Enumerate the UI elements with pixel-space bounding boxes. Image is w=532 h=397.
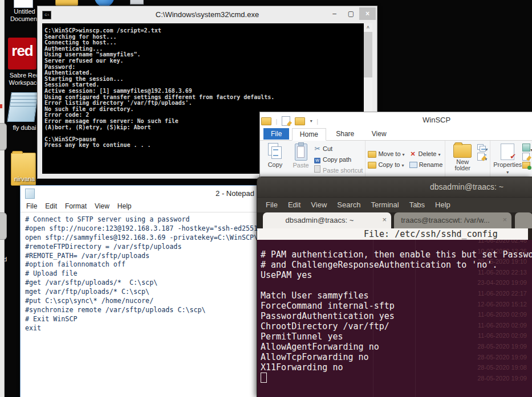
edge-tab-handle[interactable] (0, 123, 7, 150)
minimize-button[interactable]: – (326, 7, 343, 20)
open-group: Properties ▾ ▾ (490, 141, 532, 177)
tab-view[interactable]: View (364, 128, 394, 140)
notepad-line: #synchronize remote /var/sftp/uploads C:… (25, 306, 258, 315)
notepad-line: open sftp://sammyfiles@192.168.3.69 -pri… (25, 234, 258, 243)
close-tab-icon[interactable]: × (382, 215, 387, 224)
rename-button[interactable]: Rename (409, 159, 443, 170)
terminal-line: ChrootDirectory /var/ftp/ (261, 321, 532, 331)
new-item-icon[interactable] (282, 116, 290, 126)
new-folder-button[interactable]: New folder (448, 142, 477, 175)
tab-file[interactable]: File (263, 128, 289, 140)
menu-item[interactable]: Edit (283, 198, 306, 212)
ribbon-tabs: File Home Share View (260, 128, 532, 141)
cut-button[interactable]: ✂Cut (314, 144, 363, 154)
rename-icon (409, 162, 417, 168)
terminal-tabbar: dbsadmin@traacs: ~ × traacs@traacscwt: /… (257, 212, 532, 228)
partial-folder-icon[interactable] (55, 0, 78, 6)
copy-to-button[interactable]: Copy to ▾ (368, 159, 404, 170)
maximize-button[interactable]: ▢ (343, 7, 359, 20)
ghost-date: 28-05-2020 19:09 (476, 373, 527, 384)
menu-item[interactable]: Edit (41, 200, 61, 212)
menu-item[interactable]: Help (113, 200, 136, 212)
terminal-line: UsePAM yes (261, 270, 532, 280)
easy-access-button[interactable]: ▾ (477, 144, 488, 153)
properties-icon (501, 144, 514, 160)
cmd-line: (A)bort, (R)etry, (S)kip: Abort (44, 125, 274, 131)
notepad-line: #put C:\scp\sync\* /home/nucore/ (25, 297, 258, 306)
terminal-line: AllowTcpForwarding no (261, 352, 532, 362)
menu-item[interactable]: Search (332, 198, 366, 212)
nano-filename: File: /etc/ssh/sshd_config (364, 228, 498, 240)
notepad-line: # Upload file (25, 269, 258, 279)
cmd-line: Server refused our key. (44, 58, 274, 64)
history-icon (522, 162, 530, 169)
cut-icon: ✂ (314, 144, 321, 154)
partial-icon[interactable] (130, 0, 144, 5)
terminal-tab-active[interactable]: dbsadmin@traacs: ~ × (263, 212, 391, 228)
cmd-line: Press any key to continue . . . (44, 142, 274, 149)
paste-button[interactable]: Paste (288, 142, 314, 175)
sabre-red-icon[interactable]: red (8, 38, 36, 69)
move-to-button[interactable]: Move to ▾ (368, 149, 404, 159)
edit-button[interactable] (522, 153, 532, 162)
menu-item[interactable]: Terminal (366, 198, 404, 212)
new-item-icon (477, 153, 485, 161)
terminal-content[interactable]: 11-06-2020 02:4610-07-2020 13:2628-05-20… (257, 240, 532, 397)
terminal-line: ForceCommand internal-sftp (261, 301, 532, 311)
tab-share[interactable]: Share (328, 128, 362, 140)
close-tab-icon[interactable]: × (502, 215, 507, 224)
notepad-line: # Exit WinSCP (25, 315, 258, 324)
menu-item[interactable]: File (22, 200, 41, 212)
terminal-scroll-gutter[interactable] (528, 228, 532, 240)
notepad-line: # Connect to SFTP server using a passwor… (25, 215, 258, 224)
terminal-line: X11Forwarding no (261, 362, 532, 373)
delete-icon: ✕ (409, 149, 417, 159)
folder-icon[interactable] (295, 117, 305, 125)
fly-dubai-icon[interactable] (7, 92, 38, 122)
menu-item[interactable]: Tabs (404, 198, 430, 212)
terminal-tab-fragment[interactable] (515, 212, 532, 228)
terminal-line: # and ChallengeResponseAuthentication to… (261, 260, 532, 270)
menu-item[interactable]: File (261, 198, 283, 212)
terminal-titlebar[interactable]: dbsadmin@traacs: ~ (257, 177, 532, 197)
menu-item[interactable]: View (91, 200, 113, 212)
copy-button[interactable]: Copy (262, 142, 288, 175)
menu-item[interactable]: Format (61, 200, 91, 212)
copy-path-button[interactable]: WCopy path (314, 154, 363, 165)
paste-shortcut-button[interactable]: Paste shortcut (314, 165, 363, 176)
notepad-line: #REMOTE_PATH= /var/sftp/uploads (25, 252, 258, 261)
close-button[interactable]: × (359, 7, 376, 20)
new-folder-icon (453, 144, 472, 158)
winscp-explorer-window: | ▾ | WinSCP File Home Share View Copy P… (259, 112, 532, 178)
clipboard-group: Copy Paste ✂Cut WCopy path Paste shortcu… (260, 141, 366, 177)
move-to-icon (368, 151, 376, 158)
menu-item[interactable]: Help (430, 198, 456, 212)
terminal-menubar: FileEditViewSearchTerminalTabsHelp (257, 197, 532, 212)
edge-tab-handle[interactable] (0, 212, 7, 240)
menu-item[interactable]: View (306, 198, 332, 212)
delete-button[interactable]: ✕Delete ▾ (409, 149, 443, 159)
open-button[interactable]: ▾ (522, 144, 532, 153)
properties-button[interactable]: Properties ▾ (493, 142, 522, 175)
terminal-cursor (261, 373, 267, 383)
terminal-tab-inactive[interactable]: traacs@traacscwt: /var/w... × (394, 212, 511, 228)
copy-path-icon: W (314, 158, 320, 163)
edge-marker (0, 104, 2, 108)
terminal-line: PasswordAuthentication yes (261, 311, 532, 321)
notepad-line: #option failonnomatch off (25, 260, 258, 269)
partial-document-icon[interactable] (14, 0, 33, 8)
desktop: Untitled Document red Sabre Red Workspac… (0, 0, 532, 397)
terminal-line (261, 280, 532, 290)
cmd-line: Active session: [1] sammyfiles@192.168.3… (44, 88, 274, 95)
notepad-line: #open sftp://nucore:123@192.168.3.187 -h… (25, 224, 258, 234)
nano-header: GNU nano 2.5.3 File: /etc/ssh/sshd_confi… (258, 228, 528, 240)
cmd-titlebar[interactable]: C:\ C:\Windows\system32\cmd.exe –▢× (38, 6, 377, 23)
cmd-scrollbar[interactable]: ˄ (364, 23, 372, 112)
scrollbar-thumb[interactable] (364, 32, 372, 77)
customize-qat-chevron-icon[interactable]: ▾ (310, 118, 312, 124)
scroll-up-arrow[interactable]: ˄ (364, 23, 372, 31)
history-button[interactable] (522, 162, 532, 171)
tab-home[interactable]: Home (292, 128, 326, 141)
organize-group: Move to ▾ Copy to ▾ ✕Delete ▾ Rename (366, 141, 445, 177)
folder-icon[interactable] (261, 117, 271, 125)
